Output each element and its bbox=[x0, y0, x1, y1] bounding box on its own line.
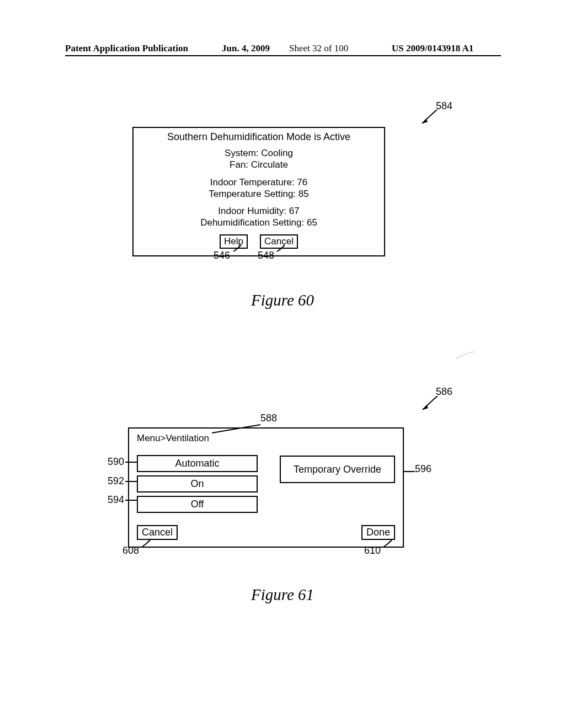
screen-title: Southern Dehumidification Mode is Active bbox=[139, 131, 379, 143]
header-rule bbox=[65, 55, 501, 56]
temporary-override-option[interactable]: Temporary Override bbox=[280, 456, 395, 483]
leader-tick-icon bbox=[125, 459, 138, 465]
breadcrumb: Menu>Ventilation bbox=[137, 433, 395, 444]
automatic-option[interactable]: Automatic bbox=[137, 455, 258, 472]
cancel-button[interactable]: Cancel bbox=[137, 525, 178, 540]
leader-tick-icon bbox=[276, 244, 287, 252]
leader-tick-icon bbox=[383, 539, 394, 547]
humidity-group: Indoor Humidity: 67 Dehumidification Set… bbox=[139, 205, 379, 229]
publication-number: US 2009/0143918 A1 bbox=[392, 43, 473, 54]
temperature-group: Indoor Temperature: 76 Temperature Setti… bbox=[139, 176, 379, 200]
fan-line: Fan: Circulate bbox=[139, 159, 379, 170]
leader-arrow-icon bbox=[420, 110, 440, 124]
publication-date: Jun. 4, 2009 bbox=[222, 43, 270, 54]
ref-590: 590 bbox=[108, 456, 124, 468]
leader-tick-icon bbox=[403, 468, 416, 475]
publication-label: Patent Application Publication bbox=[65, 43, 188, 54]
temp-setting-line: Temperature Setting: 85 bbox=[139, 188, 379, 200]
leader-tick-icon bbox=[232, 244, 243, 252]
ref-592: 592 bbox=[108, 475, 124, 487]
ref-588: 588 bbox=[260, 413, 277, 424]
leader-tick-icon bbox=[125, 478, 138, 485]
leader-tick-icon bbox=[125, 497, 138, 504]
indoor-humidity-line: Indoor Humidity: 67 bbox=[139, 205, 379, 217]
done-button[interactable]: Done bbox=[361, 525, 395, 540]
ventilation-menu-screen: Menu>Ventilation Automatic On Off Tempor… bbox=[128, 427, 404, 548]
ref-608: 608 bbox=[122, 545, 139, 556]
leader-arrow-icon bbox=[421, 396, 440, 411]
ref-548: 548 bbox=[258, 250, 274, 261]
ref-594: 594 bbox=[108, 494, 124, 506]
dehumidification-status-screen: Southern Dehumidification Mode is Active… bbox=[132, 127, 385, 256]
system-line: System: Cooling bbox=[139, 147, 379, 159]
off-option[interactable]: Off bbox=[137, 496, 258, 513]
figure-60-caption: Figure 60 bbox=[0, 291, 565, 309]
dehum-setting-line: Dehumidification Setting: 65 bbox=[139, 217, 379, 228]
on-option[interactable]: On bbox=[137, 475, 258, 493]
leader-tick-icon bbox=[141, 539, 152, 547]
stray-mark-icon bbox=[455, 351, 477, 361]
figure-61-caption: Figure 61 bbox=[0, 586, 565, 604]
sheet-number: Sheet 32 of 100 bbox=[289, 43, 348, 54]
ref-596: 596 bbox=[415, 463, 431, 475]
system-status-group: System: Cooling Fan: Circulate bbox=[139, 147, 379, 171]
indoor-temp-line: Indoor Temperature: 76 bbox=[139, 176, 379, 188]
ref-546: 546 bbox=[214, 250, 230, 261]
ref-610: 610 bbox=[364, 545, 381, 556]
